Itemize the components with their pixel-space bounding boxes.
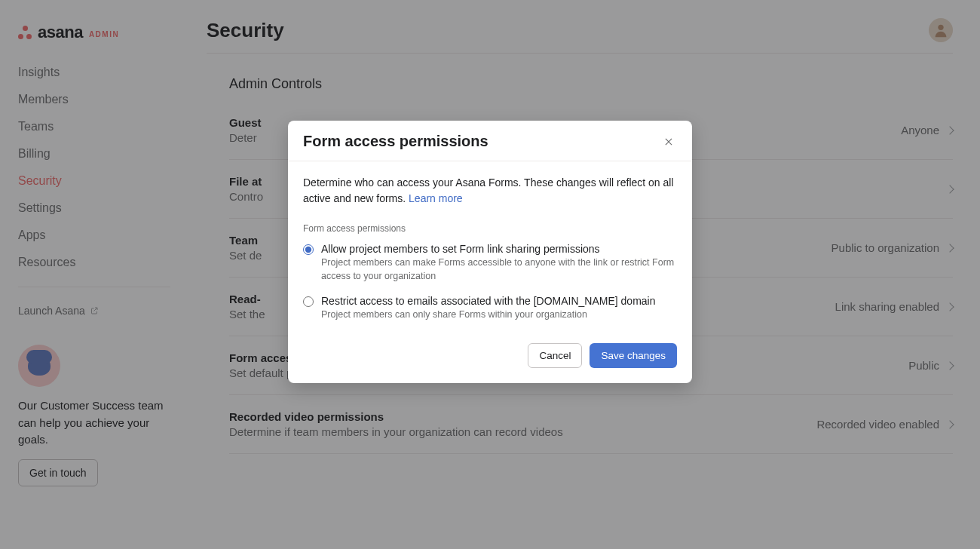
radio-option-restrict[interactable]: Restrict access to emails associated wit… — [303, 292, 677, 325]
radio-allow-input[interactable] — [303, 244, 314, 255]
cancel-button[interactable]: Cancel — [528, 343, 582, 368]
form-access-modal: Form access permissions Determine who ca… — [288, 121, 692, 383]
radio-desc: Project members can make Forms accessibl… — [321, 256, 677, 283]
radio-option-allow[interactable]: Allow project members to set Form link s… — [303, 240, 677, 286]
radio-title: Allow project members to set Form link s… — [321, 243, 677, 255]
close-icon — [663, 136, 674, 147]
radio-title: Restrict access to emails associated wit… — [321, 295, 656, 307]
radio-desc: Project members can only share Forms wit… — [321, 308, 656, 322]
save-changes-button[interactable]: Save changes — [590, 343, 677, 368]
radio-restrict-input[interactable] — [303, 296, 314, 307]
modal-title: Form access permissions — [303, 133, 488, 150]
modal-description: Determine who can access your Asana Form… — [303, 175, 677, 207]
modal-description-text: Determine who can access your Asana Form… — [303, 176, 674, 204]
close-button[interactable] — [660, 133, 677, 150]
modal-overlay[interactable]: Form access permissions Determine who ca… — [0, 0, 980, 549]
learn-more-link[interactable]: Learn more — [409, 192, 463, 204]
field-label: Form access permissions — [303, 223, 677, 234]
